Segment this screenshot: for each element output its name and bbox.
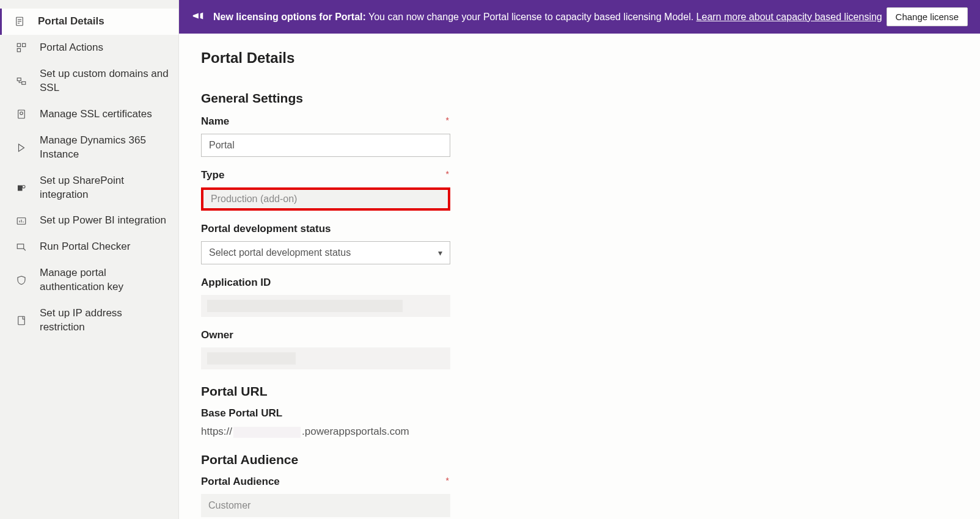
sidebar-item-label: Set up Power BI integration <box>40 214 169 228</box>
type-field-row: Type * Production (add-on) <box>201 169 452 211</box>
svg-rect-17 <box>17 244 24 249</box>
change-license-button[interactable]: Change license <box>887 7 968 26</box>
url-mask <box>233 427 301 438</box>
sidebar-item-dynamics-instance[interactable]: Manage Dynamics 365 Instance <box>0 128 178 168</box>
svg-rect-8 <box>22 82 26 85</box>
svg-point-12 <box>23 185 26 188</box>
dynamics-icon <box>13 142 30 153</box>
audience-row: Portal Audience * Customer <box>201 476 452 517</box>
owner-label: Owner <box>201 329 452 341</box>
svg-rect-4 <box>17 44 20 47</box>
sidebar-item-label: Manage SSL certificates <box>40 107 169 122</box>
content-scroll[interactable]: Portal Details General Settings Name * P… <box>179 34 980 519</box>
audience-label: Portal Audience <box>201 476 280 488</box>
required-marker: * <box>446 476 452 485</box>
base-url-label: Base Portal URL <box>201 407 452 419</box>
sidebar-item-ip-restriction[interactable]: Set up IP address restriction <box>0 300 178 341</box>
sidebar-item-label: Run Portal Checker <box>40 240 169 254</box>
sidebar-item-auth-key[interactable]: Manage portal authentication key <box>0 260 178 300</box>
page-title: Portal Details <box>201 49 958 67</box>
shield-icon <box>13 275 30 286</box>
general-settings-heading: General Settings <box>201 91 958 106</box>
banner-link[interactable]: Learn more about capacity based licensin… <box>697 12 882 22</box>
sidebar-item-label: Manage Dynamics 365 Instance <box>40 134 169 162</box>
name-field-row: Name * Portal <box>201 115 452 157</box>
svg-rect-18 <box>18 316 25 325</box>
actions-icon <box>13 42 30 53</box>
type-value: Production (add-on) <box>211 194 297 205</box>
sidebar-item-sharepoint[interactable]: Set up SharePoint integration <box>0 168 178 208</box>
base-url-value: https://.powerappsportals.com <box>201 426 452 438</box>
sidebar-item-label: Set up custom domains and SSL <box>40 67 169 95</box>
sidebar: Portal Details Portal Actions Set up cus… <box>0 0 179 519</box>
name-label: Name <box>201 115 229 128</box>
required-marker: * <box>446 169 452 179</box>
sidebar-item-label: Set up IP address restriction <box>40 307 169 335</box>
dev-status-select[interactable]: Select portal development status <box>201 241 450 264</box>
type-input: Production (add-on) <box>201 187 450 211</box>
owner-row: Owner <box>201 329 452 369</box>
type-label: Type <box>201 169 224 181</box>
certificate-icon <box>13 109 30 120</box>
licensing-banner: New licensing options for Portal: You ca… <box>179 0 980 34</box>
name-input[interactable]: Portal <box>201 134 450 157</box>
checker-icon <box>13 242 30 253</box>
required-marker: * <box>446 115 452 125</box>
main-area: New licensing options for Portal: You ca… <box>179 0 980 519</box>
dev-status-label: Portal development status <box>201 223 452 235</box>
audience-value: Customer <box>208 500 250 511</box>
chart-icon <box>13 216 30 227</box>
svg-rect-5 <box>23 44 26 47</box>
app-id-label: Application ID <box>201 277 452 289</box>
sharepoint-icon <box>13 183 30 194</box>
base-url-row: Base Portal URL https://.powerappsportal… <box>201 407 452 438</box>
sidebar-item-label: Portal Actions <box>40 41 169 55</box>
sidebar-item-portal-details[interactable]: Portal Details <box>0 9 178 35</box>
domain-icon <box>13 76 30 87</box>
banner-bold: New licensing options for Portal: <box>213 12 366 22</box>
app-id-row: Application ID <box>201 277 452 317</box>
sidebar-item-portal-actions[interactable]: Portal Actions <box>0 35 178 61</box>
document-icon <box>11 16 28 27</box>
banner-text: New licensing options for Portal: You ca… <box>213 12 882 23</box>
svg-rect-11 <box>18 185 23 191</box>
portal-audience-heading: Portal Audience <box>201 452 958 467</box>
sidebar-item-ssl-certificates[interactable]: Manage SSL certificates <box>0 101 178 128</box>
url-suffix: .powerappsportals.com <box>302 426 409 437</box>
audience-input: Customer <box>201 494 450 517</box>
dev-status-row: Portal development status Select portal … <box>201 223 452 264</box>
sidebar-item-portal-checker[interactable]: Run Portal Checker <box>0 234 178 260</box>
megaphone-icon <box>191 9 205 25</box>
sidebar-item-label: Manage portal authentication key <box>40 266 169 294</box>
app-id-value <box>201 295 450 317</box>
sidebar-item-label: Set up SharePoint integration <box>40 174 169 202</box>
name-value: Portal <box>209 140 235 151</box>
svg-rect-9 <box>18 110 25 118</box>
sidebar-item-custom-domains[interactable]: Set up custom domains and SSL <box>0 61 178 101</box>
url-prefix: https:// <box>201 426 232 437</box>
svg-rect-6 <box>17 49 20 52</box>
svg-rect-7 <box>17 78 21 81</box>
portal-url-heading: Portal URL <box>201 384 958 399</box>
dev-status-placeholder: Select portal development status <box>209 247 351 258</box>
owner-value <box>201 347 450 369</box>
sidebar-item-powerbi[interactable]: Set up Power BI integration <box>0 208 178 234</box>
svg-point-10 <box>20 112 23 115</box>
banner-rest: You can now change your Portal license t… <box>366 12 697 22</box>
sidebar-item-label: Portal Details <box>38 15 169 29</box>
ip-icon <box>13 315 30 326</box>
